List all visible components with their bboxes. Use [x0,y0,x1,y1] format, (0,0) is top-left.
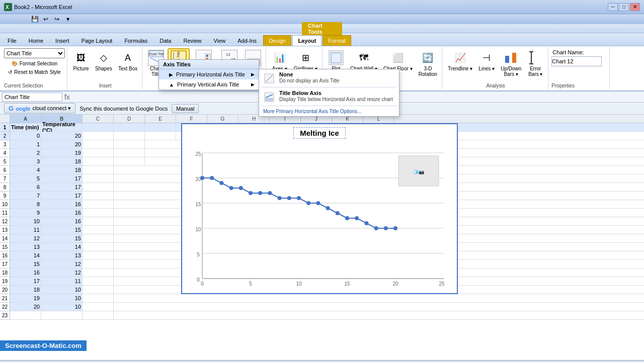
grid-cell[interactable]: 7 [10,192,41,200]
grid-cell[interactable]: 5 [10,174,41,183]
3d-rotation-btn[interactable]: 🔄 3-D Rotation [416,48,440,78]
grid-cell[interactable] [83,166,114,174]
grid-cell[interactable]: 16 [10,268,41,277]
grid-cell[interactable] [114,140,145,148]
grid-cell[interactable]: 4 [10,166,41,174]
grid-cell[interactable]: 10 [10,217,41,225]
grid-cell[interactable] [83,234,114,242]
shapes-btn[interactable]: ◇ Shapes [93,48,115,73]
grid-cell[interactable]: 15 [10,260,41,268]
grid-cell[interactable] [83,149,114,157]
grid-cell[interactable]: Temperature (°C) [41,123,83,131]
grid-cell[interactable]: 11 [10,226,41,234]
trendline-btn[interactable]: 📈 Trendline ▾ [445,48,475,73]
grid-cell[interactable] [83,140,114,148]
grid-cell[interactable] [83,226,114,234]
col-header-C[interactable]: C [83,115,114,123]
grid-cell[interactable]: 16 [41,217,83,225]
undo-btn[interactable]: ↩ [41,15,50,24]
grid-cell[interactable] [83,294,114,302]
grid-cell[interactable]: 18 [41,157,83,165]
grid-cell[interactable] [83,217,114,225]
error-bars-btn[interactable]: Error Bars ▾ [525,48,546,78]
qa-dropdown-btn[interactable]: ▾ [63,15,72,24]
grid-cell[interactable]: 12 [10,234,41,242]
grid-cell[interactable]: Time (min) [10,123,41,131]
grid-cell[interactable] [114,149,145,157]
grid-cell[interactable]: 13 [41,251,83,259]
grid-cell[interactable] [41,311,83,319]
grid-cell[interactable]: 16 [41,200,83,208]
grid-cell[interactable] [83,132,114,140]
grid-cell[interactable]: 20 [41,140,83,148]
primary-horizontal-axis-title-item[interactable]: ▶ Primary Horizontal Axis Title ▶ [159,69,259,79]
grid-cell[interactable]: 20 [10,303,41,311]
tab-data[interactable]: Data [154,35,177,46]
tab-design[interactable]: Design [263,35,291,46]
format-selection-btn[interactable]: 🎨 Format Selection [4,59,65,68]
grid-cell[interactable]: 17 [10,277,41,285]
tab-format[interactable]: Format [323,35,351,46]
tab-review[interactable]: Review [178,35,207,46]
grid-cell[interactable] [83,209,114,217]
redo-btn[interactable]: ↪ [52,15,61,24]
grid-cell[interactable] [83,123,114,131]
grid-cell[interactable]: 18 [10,286,41,294]
grid-cell[interactable] [83,277,114,285]
chart-name-input[interactable] [551,56,602,66]
grid-cell[interactable]: 9 [10,209,41,217]
lines-btn[interactable]: ⊣ Lines ▾ [476,48,497,73]
textbox-btn[interactable]: A Text Box [116,48,140,73]
tab-addins[interactable]: Add-Ins [232,35,262,46]
grid-cell[interactable] [83,268,114,277]
save-quick-btn[interactable]: 💾 [30,15,39,24]
tab-insert[interactable]: Insert [50,35,75,46]
primary-vertical-axis-title-item[interactable]: ▲ Primary Vertical Axis Title ▶ [159,79,259,89]
grid-cell[interactable]: 18 [41,166,83,174]
grid-cell[interactable]: 6 [10,183,41,191]
chart-element-select[interactable]: Chart Title [4,48,65,58]
grid-cell[interactable]: 10 [41,294,83,302]
grid-cell[interactable] [145,132,176,140]
grid-cell[interactable]: 0 [10,132,41,140]
grid-cell[interactable]: 20 [41,132,83,140]
col-header-A[interactable]: A [10,115,41,123]
grid-cell[interactable] [83,303,114,311]
grid-cell[interactable]: 2 [10,149,41,157]
grid-cell[interactable]: 15 [41,234,83,242]
grid-cell[interactable] [83,251,114,259]
grid-cell[interactable]: 17 [41,192,83,200]
more-options-link[interactable]: More Primary Horizontal Axis Title Optio… [259,107,399,116]
grid-cell[interactable] [145,123,176,131]
grid-cell[interactable]: 19 [41,149,83,157]
grid-cell[interactable]: 12 [41,260,83,268]
grid-cell[interactable]: 13 [10,243,41,251]
grid-cell[interactable]: 15 [41,226,83,234]
grid-cell[interactable]: 1 [10,140,41,148]
picture-btn[interactable]: 🖼 Picture [70,48,92,73]
col-header-G[interactable]: G [207,115,238,123]
tab-file[interactable]: File [2,35,22,46]
grid-cell[interactable]: 3 [10,157,41,165]
grid-cell[interactable] [83,243,114,251]
grid-cell[interactable] [83,286,114,294]
grid-cell[interactable] [114,157,145,165]
tab-pagelayout[interactable]: Page Layout [76,35,118,46]
none-option[interactable]: None Do not display an Axis Title [259,69,399,86]
grid-cell[interactable]: 10 [41,286,83,294]
col-header-F[interactable]: F [176,115,207,123]
grid-cell[interactable] [83,200,114,208]
minimize-btn[interactable]: ─ [608,3,618,11]
manual-btn[interactable]: Manual [172,104,199,113]
grid-cell[interactable]: 17 [41,174,83,183]
grid-cell[interactable] [114,123,145,131]
title-below-axis-option[interactable]: Title Below Axis Display Title below Hor… [259,88,399,105]
grid-cell[interactable]: 12 [41,268,83,277]
col-header-D[interactable]: D [114,115,145,123]
grid-cell[interactable] [114,132,145,140]
grid-cell[interactable] [83,174,114,183]
chart-title[interactable]: Melting Ice [293,127,346,139]
grid-cell[interactable]: 11 [41,277,83,285]
grid-cell[interactable] [83,183,114,191]
grid-cell[interactable] [83,157,114,165]
